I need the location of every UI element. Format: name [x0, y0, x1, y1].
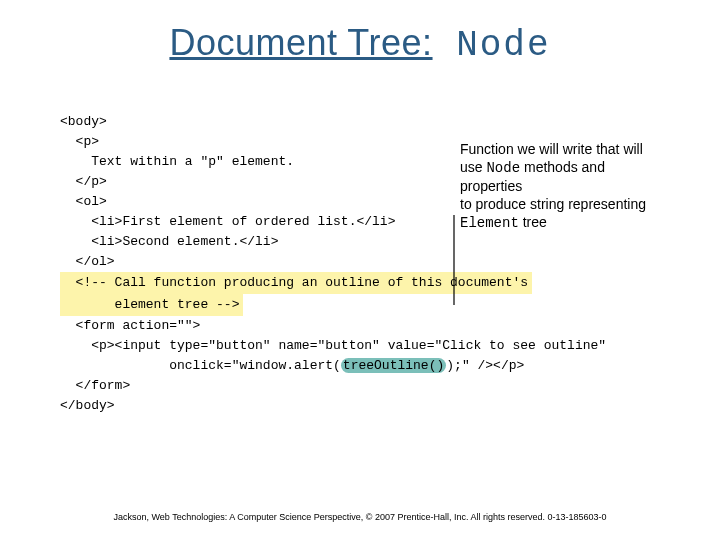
code-line: onclick="window.alert(treeOutline());" /… [60, 358, 524, 373]
callout-text: Function we will write that will use Nod… [460, 140, 700, 232]
code-line: </form> [60, 378, 130, 393]
title-node-word: Node [433, 25, 551, 66]
code-line: </p> [60, 174, 107, 189]
code-line: <ol> [60, 194, 107, 209]
callout-line-text: use Node methods and [460, 158, 700, 177]
slide-title: Document Tree: Node [0, 22, 720, 66]
code-line: <p><input type="button" name="button" va… [60, 338, 606, 353]
code-line: <p> [60, 134, 99, 149]
code-line: </ol> [60, 254, 115, 269]
highlighted-comment-line: <!-- Call function producing an outline … [60, 272, 532, 294]
callout-line-text: properties [460, 177, 700, 195]
title-prefix: Document Tree: [169, 22, 432, 63]
code-line: <body> [60, 114, 107, 129]
highlighted-function-call: treeOutline() [341, 358, 446, 373]
code-line: </body> [60, 398, 115, 413]
footer-copyright: Jackson, Web Technologies: A Computer Sc… [0, 512, 720, 522]
code-line: <form action=""> [60, 318, 200, 333]
code-line: Text within a "p" element. [60, 154, 294, 169]
callout-line-text: Function we will write that will [460, 140, 700, 158]
code-line: <li>First element of ordered list.</li> [60, 214, 395, 229]
callout-line-text: to produce string representing [460, 195, 700, 213]
callout-line-text: Element tree [460, 213, 700, 232]
code-line: <li>Second element.</li> [60, 234, 278, 249]
highlighted-comment-line: element tree --> [60, 294, 243, 316]
